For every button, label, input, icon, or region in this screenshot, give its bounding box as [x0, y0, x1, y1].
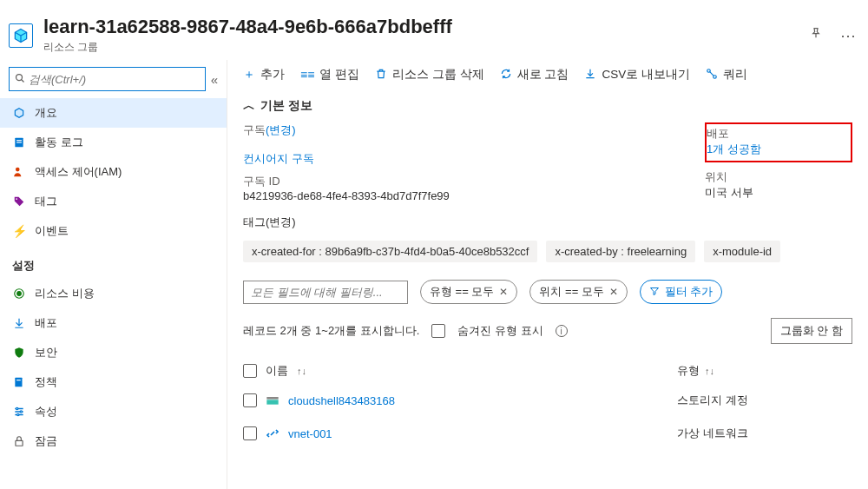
deployments-value[interactable]: 1개 성공함 — [707, 142, 761, 155]
essentials-toggle[interactable]: ︿ 기본 정보 — [227, 89, 868, 119]
sidebar-item-policies[interactable]: 정책 — [0, 367, 227, 397]
storage-icon — [266, 393, 279, 407]
svg-point-10 — [16, 407, 18, 409]
row-checkbox[interactable] — [243, 393, 257, 407]
sidebar-item-security[interactable]: 보안 — [0, 338, 227, 367]
table-row[interactable]: vnet-001 가상 네트워크 — [243, 417, 852, 450]
location-value: 미국 서부 — [705, 186, 753, 199]
sidebar-item-deployments[interactable]: 배포 — [0, 308, 227, 338]
sidebar-search[interactable] — [9, 67, 206, 91]
sidebar-section-settings: 설정 — [0, 246, 227, 279]
subscription-id-label: 구독 ID — [243, 175, 280, 188]
resource-name-link[interactable]: vnet-001 — [288, 427, 332, 440]
svg-point-7 — [17, 292, 22, 296]
sidebar-item-label: 잠금 — [35, 433, 57, 449]
subscription-label: 구독 — [243, 122, 266, 138]
policy-icon — [12, 375, 26, 389]
svg-point-5 — [16, 198, 17, 200]
query-button[interactable]: 쿼리 — [706, 67, 747, 83]
svg-point-11 — [20, 411, 22, 413]
tag-icon — [12, 195, 26, 208]
table-row[interactable]: cloudshell843483168 스토리지 계정 — [243, 384, 852, 417]
select-all-checkbox[interactable] — [243, 364, 257, 378]
svg-rect-16 — [266, 397, 278, 400]
resource-type: 가상 네트워크 — [677, 426, 748, 441]
svg-rect-17 — [266, 400, 278, 404]
filter-input[interactable] — [243, 281, 408, 304]
add-filter-button[interactable]: 필터 추가 — [640, 280, 723, 304]
resource-table: 이름 ↑↓ 유형 ↑↓ cloudshell843483168 스토리지 계정 — [227, 351, 868, 457]
svg-point-0 — [16, 74, 23, 80]
cost-icon — [12, 287, 26, 301]
sidebar-item-label: 리소스 비용 — [35, 286, 95, 301]
page-subtitle: 리소스 그룹 — [43, 40, 795, 55]
log-icon — [12, 135, 26, 149]
svg-rect-2 — [16, 140, 22, 141]
tags-pills-row: x-created-for : 89b6a9fb-c37b-4fd4-b0a5-… — [227, 235, 868, 268]
sidebar-item-label: 태그 — [35, 194, 57, 209]
location-filter-pill[interactable]: 위치 == 모두✕ — [529, 280, 627, 304]
deployments-label: 배포 — [707, 127, 729, 140]
sidebar-item-label: 개요 — [35, 105, 57, 121]
sidebar-search-row: « — [0, 60, 227, 98]
sort-icon: ↑↓ — [705, 366, 714, 376]
show-hidden-checkbox[interactable] — [431, 324, 445, 338]
refresh-icon — [500, 68, 512, 83]
tag-pill[interactable]: x-created-for : 89b6a9fb-c37b-4fd4-b0a5-… — [243, 241, 537, 262]
essentials-left-col: 구독(변경) 컨시어지 구독 구독 ID b4219936-de68-4fe4-… — [243, 122, 670, 202]
sidebar-item-properties[interactable]: 속성 — [0, 397, 227, 426]
sidebar-item-iam[interactable]: 액세스 제어(IAM) — [0, 157, 227, 187]
type-column-header[interactable]: 유형 ↑↓ — [677, 363, 714, 379]
sidebar-item-label: 속성 — [35, 404, 57, 420]
name-column-header[interactable]: 이름 ↑↓ — [243, 363, 677, 379]
type-filter-pill[interactable]: 유형 == 모두✕ — [420, 280, 517, 304]
sidebar-item-cost[interactable]: 리소스 비용 — [0, 279, 227, 308]
more-button[interactable]: ⋯ — [837, 23, 859, 49]
delete-button[interactable]: 리소스 그룹 삭제 — [375, 67, 484, 83]
add-button[interactable]: ＋추가 — [243, 67, 285, 83]
lock-icon — [12, 434, 26, 448]
tag-pill[interactable]: x-created-by : freelearning — [546, 241, 695, 262]
deployments-highlight: 배포 1개 성공함 — [705, 122, 852, 162]
info-icon[interactable]: i — [556, 325, 568, 337]
shield-icon — [12, 346, 26, 360]
chevron-up-icon: ︿ — [243, 98, 255, 114]
search-input[interactable] — [29, 73, 200, 86]
sort-icon: ↑↓ — [297, 366, 306, 376]
export-csv-button[interactable]: CSV로 내보내기 — [584, 67, 690, 83]
properties-icon — [12, 405, 26, 419]
download-icon — [584, 68, 596, 83]
close-icon[interactable]: ✕ — [609, 286, 618, 298]
collapse-sidebar-button[interactable]: « — [211, 72, 218, 87]
sidebar-item-label: 보안 — [35, 345, 57, 360]
sidebar-item-events[interactable]: ⚡ 이벤트 — [0, 216, 227, 246]
resource-group-icon — [9, 23, 33, 48]
sidebar-item-locks[interactable]: 잠금 — [0, 426, 227, 456]
resource-name-link[interactable]: cloudshell843483168 — [288, 394, 395, 407]
subscription-value[interactable]: 컨시어지 구독 — [243, 152, 314, 165]
sidebar-item-activity-log[interactable]: 활동 로그 — [0, 128, 227, 157]
change-tags-link[interactable]: (변경) — [266, 215, 296, 228]
toolbar: ＋추가 ≡≡열 편집 리소스 그룹 삭제 새로 고침 CSV로 내보내기 쿼리 — [227, 60, 868, 89]
change-subscription-link[interactable]: (변경) — [266, 122, 296, 138]
filter-icon — [649, 286, 660, 299]
table-header: 이름 ↑↓ 유형 ↑↓ — [243, 358, 852, 384]
refresh-button[interactable]: 새로 고침 — [500, 67, 569, 83]
location-label: 위치 — [705, 170, 727, 183]
sidebar-item-tags[interactable]: 태그 — [0, 187, 227, 216]
row-checkbox[interactable] — [243, 426, 257, 440]
edit-columns-button[interactable]: ≡≡열 편집 — [300, 67, 359, 83]
iam-icon — [12, 165, 26, 179]
sidebar-item-label: 배포 — [35, 315, 57, 331]
svg-rect-9 — [16, 380, 21, 380]
tag-pill[interactable]: x-module-id — [704, 241, 780, 262]
pin-button[interactable] — [806, 23, 826, 48]
essentials-right-col: 배포 1개 성공함 위치 미국 서부 — [705, 122, 852, 202]
title-column: learn-31a62588-9867-48a4-9e6b-666a7bdbef… — [43, 16, 795, 55]
group-by-button[interactable]: 그룹화 안 함 — [771, 318, 852, 344]
close-icon[interactable]: ✕ — [499, 286, 508, 298]
svg-rect-13 — [16, 440, 23, 446]
page-title: learn-31a62588-9867-48a4-9e6b-666a7bdbef… — [43, 16, 795, 38]
columns-icon: ≡≡ — [300, 68, 314, 82]
sidebar-item-overview[interactable]: 개요 — [0, 98, 227, 128]
